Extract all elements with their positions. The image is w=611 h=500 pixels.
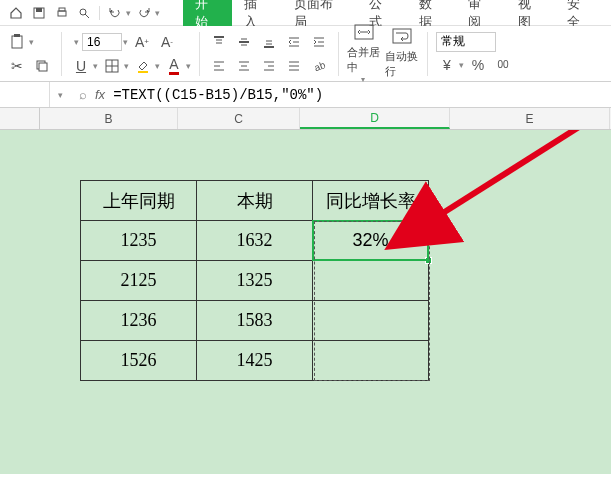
cell[interactable]: 2125 — [81, 261, 197, 301]
table-row: 1236 1583 — [81, 301, 429, 341]
align-bottom-icon[interactable] — [258, 31, 280, 53]
separator — [199, 32, 200, 76]
selected-cell[interactable]: 32% — [313, 221, 429, 261]
align-center-icon[interactable] — [233, 55, 255, 77]
border-dropdown-icon[interactable]: ▾ — [124, 61, 129, 71]
svg-rect-9 — [39, 63, 47, 71]
wrap-text-button[interactable]: 自动换行 — [385, 36, 419, 72]
save-icon[interactable] — [29, 2, 49, 24]
justify-icon[interactable] — [283, 55, 305, 77]
cell[interactable] — [313, 261, 429, 301]
preview-icon[interactable] — [74, 2, 94, 24]
table-row: 1235 1632 32% — [81, 221, 429, 261]
fontcolor-dropdown-icon[interactable]: ▾ — [186, 61, 191, 71]
print-icon[interactable] — [52, 2, 72, 24]
svg-text:ab: ab — [313, 59, 326, 73]
font-color-icon[interactable]: A — [163, 55, 185, 77]
fx-label[interactable]: fx — [95, 87, 105, 102]
cell[interactable]: 1425 — [197, 341, 313, 381]
font-size-input[interactable] — [82, 33, 122, 51]
decrease-indent-icon[interactable] — [283, 31, 305, 53]
svg-rect-2 — [58, 11, 66, 16]
header-cell[interactable]: 同比增长率 — [313, 181, 429, 221]
svg-line-5 — [85, 14, 89, 18]
copy-icon[interactable] — [31, 55, 53, 77]
quick-access-toolbar: ▾ ▾ 开始 插入 页面布局 公式 数据 审阅 视图 安全 — [0, 0, 611, 26]
cell[interactable]: 1632 — [197, 221, 313, 261]
cell[interactable] — [313, 301, 429, 341]
col-header-d[interactable]: D — [300, 108, 450, 129]
cell[interactable]: 1583 — [197, 301, 313, 341]
fillcolor-dropdown-icon[interactable]: ▾ — [155, 61, 160, 71]
cell[interactable]: 1526 — [81, 341, 197, 381]
name-box[interactable] — [0, 82, 50, 107]
comma-style-icon[interactable]: 00 — [492, 54, 514, 76]
orientation-icon[interactable]: ab — [308, 55, 330, 77]
align-right-icon[interactable] — [258, 55, 280, 77]
cell[interactable]: 1235 — [81, 221, 197, 261]
undo-dropdown-icon[interactable]: ▾ — [126, 8, 131, 18]
data-table: 上年同期 本期 同比增长率 1235 1632 32% 2125 1325 12… — [80, 180, 429, 381]
ribbon-tabs: 开始 插入 页面布局 公式 数据 审阅 视图 安全 — [163, 0, 605, 26]
separator — [427, 32, 428, 76]
border-icon[interactable] — [101, 55, 123, 77]
svg-rect-7 — [14, 34, 20, 37]
increase-indent-icon[interactable] — [308, 31, 330, 53]
wrap-label: 自动换行 — [385, 49, 419, 79]
underline-dropdown-icon[interactable]: ▾ — [93, 61, 98, 71]
cell[interactable]: 1236 — [81, 301, 197, 341]
header-cell[interactable]: 上年同期 — [81, 181, 197, 221]
font-dropdown-icon[interactable]: ▾ — [74, 37, 79, 47]
align-left-icon[interactable] — [208, 55, 230, 77]
paste-dropdown-icon[interactable]: ▾ — [29, 37, 34, 47]
merge-dropdown-icon[interactable]: ▾ — [361, 75, 365, 84]
svg-rect-1 — [36, 8, 42, 12]
column-headers: B C D E — [0, 108, 611, 130]
separator — [61, 32, 62, 76]
currency-dropdown-icon[interactable]: ▾ — [459, 60, 464, 70]
decrease-font-icon[interactable]: A- — [156, 31, 178, 53]
table-row: 2125 1325 — [81, 261, 429, 301]
svg-rect-13 — [138, 71, 148, 73]
undo-icon[interactable] — [105, 2, 125, 24]
formula-input[interactable] — [113, 87, 493, 103]
col-header-c[interactable]: C — [178, 108, 300, 129]
align-middle-icon[interactable] — [233, 31, 255, 53]
merge-icon — [354, 24, 374, 45]
table-header-row: 上年同期 本期 同比增长率 — [81, 181, 429, 221]
svg-rect-3 — [59, 8, 65, 11]
align-top-icon[interactable] — [208, 31, 230, 53]
col-header-b[interactable]: B — [40, 108, 178, 129]
underline-icon[interactable]: U — [70, 55, 92, 77]
namebox-dropdown-icon[interactable]: ▾ — [58, 90, 63, 100]
cell-value: 32% — [352, 230, 388, 250]
fontsize-dropdown-icon[interactable]: ▾ — [123, 37, 128, 47]
header-cell[interactable]: 本期 — [197, 181, 313, 221]
separator — [338, 32, 339, 76]
home-icon[interactable] — [6, 2, 26, 24]
cell[interactable] — [313, 341, 429, 381]
magnify-icon[interactable]: ⌕ — [79, 87, 87, 102]
cell[interactable]: 1325 — [197, 261, 313, 301]
increase-font-icon[interactable]: A+ — [131, 31, 153, 53]
redo-icon[interactable] — [134, 2, 154, 24]
wrap-icon — [392, 28, 412, 49]
svg-line-45 — [435, 130, 590, 218]
formula-bar: ▾ ⌕ fx — [0, 82, 611, 108]
separator — [99, 6, 100, 20]
percent-icon[interactable]: % — [467, 54, 489, 76]
merge-label: 合并居中 — [347, 45, 381, 75]
paste-icon[interactable] — [6, 31, 28, 53]
currency-icon[interactable]: ¥ — [436, 54, 458, 76]
fill-handle[interactable] — [425, 257, 432, 264]
svg-rect-6 — [12, 36, 22, 48]
redo-dropdown-icon[interactable]: ▾ — [155, 8, 160, 18]
merge-center-button[interactable]: 合并居中 ▾ — [347, 36, 381, 72]
col-header-e[interactable]: E — [450, 108, 610, 129]
table-row: 1526 1425 — [81, 341, 429, 381]
fill-color-icon[interactable] — [132, 55, 154, 77]
number-format-select[interactable] — [436, 32, 496, 52]
sheet-area[interactable]: 上年同期 本期 同比增长率 1235 1632 32% 2125 1325 12… — [0, 130, 611, 474]
cut-icon[interactable]: ✂ — [6, 55, 28, 77]
select-all-corner[interactable] — [0, 108, 40, 129]
